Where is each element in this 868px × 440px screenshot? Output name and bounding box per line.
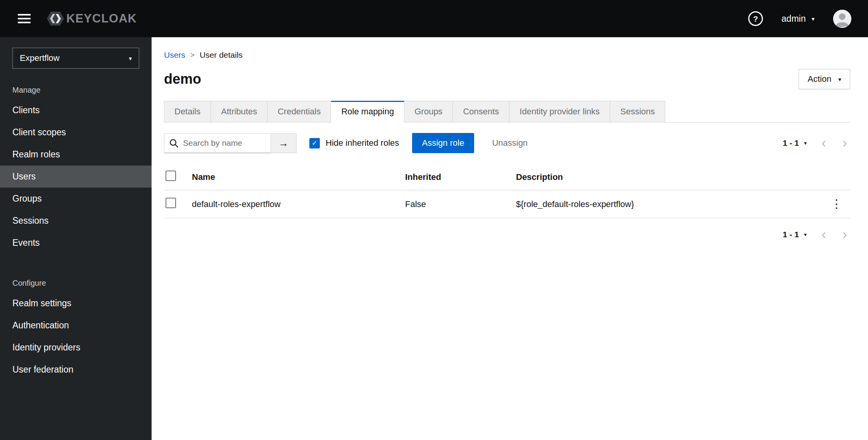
search-submit-button[interactable]: → [271,133,297,153]
sidebar-item-client-scopes[interactable]: Client scopes [0,121,152,143]
search-group: → [164,133,297,153]
hide-inherited-checkbox[interactable]: ✓ [309,138,320,148]
caret-down-icon: ▾ [129,55,132,61]
pagination-range-bottom: 1 - 1 [783,230,799,239]
sidebar-item-sessions[interactable]: Sessions [0,210,152,232]
pagination-next-button[interactable]: › [839,136,850,150]
role-mapping-table: Name Inherited Description default-roles… [164,164,850,218]
sidebar-item-clients[interactable]: Clients [0,99,152,121]
cell-inherited: False [399,190,510,218]
pagination-top: 1 - 1 ▾ ‹ › [779,135,850,151]
caret-down-icon: ▾ [838,76,841,82]
breadcrumb-link-users[interactable]: Users [164,50,185,60]
page-title: demo [164,71,201,87]
keycloak-logo-icon [46,9,65,28]
sidebar-item-users[interactable]: Users [0,166,152,188]
pagination-menu-button-bottom[interactable]: 1 - 1 ▾ [779,227,811,242]
tab-identity-provider-links[interactable]: Identity provider links [509,101,610,123]
column-header-inherited: Inherited [399,164,510,190]
tabs: Details Attributes Credentials Role mapp… [164,101,850,123]
tab-credentials[interactable]: Credentials [267,101,331,123]
help-button[interactable]: ? [748,11,763,26]
user-menu-button[interactable]: admin ▾ [782,14,815,24]
brand-text: KEYCLOAK [66,12,137,26]
check-icon: ✓ [312,139,318,147]
sidebar-item-user-federation[interactable]: User federation [0,359,152,381]
tab-sessions[interactable]: Sessions [610,101,665,123]
realm-name: Expertflow [20,53,60,63]
tab-details[interactable]: Details [164,101,211,123]
pagination-prev-button-bottom[interactable]: ‹ [818,228,829,242]
select-all-checkbox[interactable] [166,171,176,181]
masthead-right: ? admin ▾ [748,10,851,28]
realm-selector[interactable]: Expertflow ▾ [12,48,139,69]
unassign-button[interactable]: Unassign [492,138,528,148]
action-label: Action [808,74,831,84]
column-header-name: Name [186,164,399,190]
sidebar-item-authentication[interactable]: Authentication [0,314,152,336]
caret-down-icon: ▾ [804,140,807,146]
tab-attributes[interactable]: Attributes [211,101,267,123]
pagination-bottom: 1 - 1 ▾ ‹ › [779,227,850,242]
masthead: KEYCLOAK ? admin ▾ [0,0,868,37]
pagination-next-button-bottom[interactable]: › [839,228,850,242]
sidebar-item-realm-roles[interactable]: Realm roles [0,143,152,166]
nav-group-configure: Configure Realm settings Authentication … [0,269,152,381]
assign-role-button[interactable]: Assign role [412,133,475,153]
tab-consents[interactable]: Consents [453,101,509,123]
toolbar: → ✓ Hide inherited roles Assign role Una… [164,123,850,162]
sidebar-item-groups[interactable]: Groups [0,188,152,210]
sidebar-item-realm-settings[interactable]: Realm settings [0,292,152,314]
row-kebab-button[interactable]: ⋮ [827,198,846,210]
nav-group-label-manage: Manage [0,76,152,99]
action-dropdown-button[interactable]: Action ▾ [799,69,850,89]
column-header-description: Description [510,164,821,190]
user-avatar-icon [833,10,851,28]
pagination-range: 1 - 1 [783,138,799,148]
cell-description: ${role_default-roles-expertflow} [510,190,821,218]
search-input[interactable] [164,133,271,153]
nav-group-manage: Manage Clients Client scopes Realm roles… [0,76,152,254]
breadcrumb: Users > User details [164,37,850,60]
table-header-row: Name Inherited Description [164,164,850,190]
tab-role-mapping[interactable]: Role mapping [331,101,404,123]
sidebar: Expertflow ▾ Manage Clients Client scope… [0,37,152,440]
cell-role-name: default-roles-expertflow [186,190,399,218]
hide-inherited-roles-control[interactable]: ✓ Hide inherited roles [309,138,399,148]
user-name: admin [782,14,806,24]
hide-inherited-label: Hide inherited roles [326,138,399,148]
caret-down-icon: ▾ [804,232,807,237]
pagination-prev-button[interactable]: ‹ [818,136,829,150]
pagination-bottom-wrap: 1 - 1 ▾ ‹ › [164,227,850,242]
tab-groups[interactable]: Groups [404,101,453,123]
breadcrumb-separator-icon: > [190,51,195,59]
avatar[interactable] [833,10,851,28]
pagination-menu-button[interactable]: 1 - 1 ▾ [779,135,811,151]
arrow-right-icon: → [279,137,289,149]
page-layout: Expertflow ▾ Manage Clients Client scope… [0,37,868,440]
help-icon: ? [753,15,758,23]
brand[interactable]: KEYCLOAK [46,9,137,28]
sidebar-item-identity-providers[interactable]: Identity providers [0,336,152,359]
nav-group-label-configure: Configure [0,269,152,292]
sidebar-item-events[interactable]: Events [0,232,152,254]
title-row: demo Action ▾ [164,69,850,89]
nav-toggle-button[interactable] [12,12,37,25]
caret-down-icon: ▾ [811,16,815,22]
breadcrumb-current: User details [200,50,243,60]
hamburger-icon [18,18,31,19]
table-row: default-roles-expertflow False ${role_de… [164,190,850,218]
row-checkbox[interactable] [166,198,176,208]
main-content: Users > User details demo Action ▾ Detai… [152,37,868,440]
